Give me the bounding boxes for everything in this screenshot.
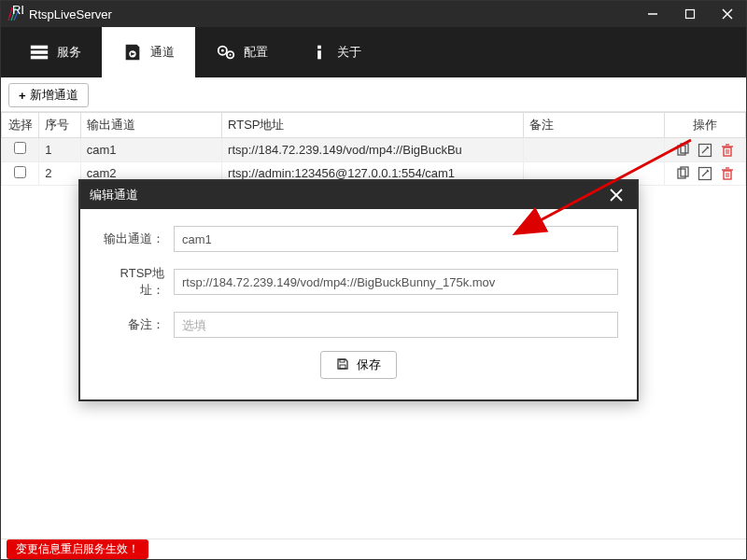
svg-text:RLS: RLS (12, 6, 23, 17)
nav-label: 通道 (150, 44, 175, 61)
svg-rect-14 (317, 46, 321, 49)
maximize-button[interactable] (671, 1, 709, 27)
plus-icon: + (19, 89, 26, 103)
channel-icon (122, 42, 143, 63)
dialog-close-button[interactable] (605, 184, 627, 206)
footer: 变更信息重启服务生效！ (1, 539, 746, 559)
server-icon (29, 42, 49, 63)
copy-icon[interactable] (675, 166, 690, 181)
svg-rect-5 (31, 46, 48, 49)
svg-rect-35 (340, 359, 345, 362)
cell-seq: 2 (39, 161, 80, 186)
restart-notice: 变更信息重启服务生效！ (7, 539, 148, 559)
add-channel-label: 新增通道 (30, 87, 78, 104)
nav-item-channel[interactable]: 通道 (102, 27, 195, 77)
nav-item-about[interactable]: 关于 (289, 27, 382, 77)
save-icon (336, 357, 349, 373)
col-note: 备注 (523, 113, 664, 138)
col-rtsp: RTSP地址 (222, 113, 524, 138)
delete-icon[interactable] (720, 166, 735, 181)
cell-channel: cam1 (80, 138, 221, 162)
label-channel: 输出通道： (99, 231, 174, 247)
edit-channel-dialog: 编辑通道 输出通道： RTSP地址： 备注： 保存 (78, 179, 639, 401)
svg-rect-7 (31, 56, 48, 60)
nav-label: 服务 (57, 44, 81, 61)
dialog-body: 输出通道： RTSP地址： 备注： 保存 (80, 209, 637, 399)
row-checkbox[interactable] (14, 166, 26, 178)
svg-point-13 (229, 54, 231, 56)
close-icon (610, 189, 623, 202)
nav-item-config[interactable]: 配置 (195, 27, 289, 77)
cell-rtsp: rtsp://184.72.239.149/vod/mp4://BigBuckB… (222, 138, 524, 162)
edit-icon[interactable] (698, 143, 712, 158)
col-channel: 输出通道 (80, 113, 221, 138)
toolbar: + 新增通道 (1, 77, 746, 112)
channel-table: 选择 序号 输出通道 RTSP地址 备注 操作 1 cam1 rtsp://18… (1, 112, 746, 186)
col-ops: 操作 (665, 113, 746, 138)
table-header-row: 选择 序号 输出通道 RTSP地址 备注 操作 (2, 113, 746, 138)
app-logo-icon: RLS (7, 6, 23, 22)
col-select: 选择 (2, 113, 39, 138)
save-button[interactable]: 保存 (320, 351, 397, 379)
nav-item-service[interactable]: 服务 (8, 27, 102, 77)
label-note: 备注： (99, 316, 174, 333)
label-rtsp: RTSP地址： (99, 265, 174, 299)
input-channel[interactable] (174, 226, 618, 252)
titlebar: RLS RtspLiveServer (1, 1, 746, 27)
add-channel-button[interactable]: + 新增通道 (8, 83, 89, 107)
svg-point-11 (221, 49, 224, 52)
col-seq: 序号 (39, 113, 80, 138)
svg-rect-19 (724, 147, 731, 156)
window-title: RtspLiveServer (29, 7, 634, 21)
dialog-titlebar: 编辑通道 (80, 181, 637, 209)
table-row: 1 cam1 rtsp://184.72.239.149/vod/mp4://B… (2, 138, 746, 162)
input-rtsp[interactable] (174, 269, 618, 295)
input-note[interactable] (174, 312, 618, 338)
delete-icon[interactable] (720, 143, 735, 158)
save-label: 保存 (357, 357, 381, 373)
copy-icon[interactable] (675, 143, 690, 158)
info-icon (309, 42, 330, 63)
gear-icon (216, 42, 236, 63)
svg-rect-2 (686, 10, 695, 19)
minimize-button[interactable] (634, 1, 671, 27)
close-button[interactable] (709, 1, 746, 27)
cell-seq: 1 (39, 138, 80, 162)
nav-label: 关于 (337, 44, 361, 61)
svg-rect-15 (317, 50, 321, 59)
svg-rect-27 (724, 171, 731, 179)
svg-rect-6 (31, 50, 48, 54)
cell-note (523, 138, 664, 162)
nav-label: 配置 (244, 44, 268, 61)
row-checkbox[interactable] (14, 142, 26, 154)
edit-icon[interactable] (698, 166, 712, 181)
main-nav: 服务 通道 配置 关于 (1, 27, 746, 77)
dialog-title: 编辑通道 (90, 187, 138, 203)
